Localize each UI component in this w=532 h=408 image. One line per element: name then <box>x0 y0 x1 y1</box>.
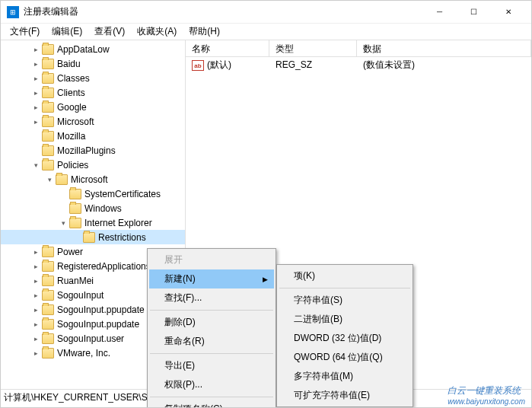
menu-view[interactable]: 查看(V) <box>88 24 131 40</box>
watermark-text: 白云一键重装系统 <box>448 385 521 396</box>
menu-favorites[interactable]: 收藏夹(A) <box>131 24 183 40</box>
ctx-new-dword[interactable]: DWORD (32 位)值(D) <box>279 329 411 348</box>
expander-icon[interactable] <box>31 161 40 170</box>
ctx-new[interactable]: 新建(N) ▶ <box>149 269 274 288</box>
tree-item[interactable]: MozillaPlugins <box>1 143 185 158</box>
folder-icon <box>42 160 54 171</box>
tree-label: Mozilla <box>57 131 85 142</box>
folder-icon <box>42 59 54 69</box>
expander-icon[interactable] <box>31 45 40 54</box>
expander-icon[interactable] <box>31 74 40 83</box>
folder-icon <box>42 131 54 142</box>
tree-item[interactable]: Internet Explorer <box>1 215 185 230</box>
separator <box>150 310 273 311</box>
ctx-new-qword[interactable]: QWORD (64 位)值(Q) <box>279 348 411 367</box>
tree-item[interactable]: Google <box>1 100 185 114</box>
tree-item[interactable]: Microsoft <box>1 172 185 186</box>
tree-label: Clients <box>57 88 85 98</box>
folder-icon <box>42 319 54 330</box>
tree-label: Windows <box>84 203 122 214</box>
ctx-copyname[interactable]: 复制项名称(C) <box>149 400 274 408</box>
folder-icon <box>42 348 54 359</box>
watermark: 白云一键重装系统 www.baiyunxitong.com <box>448 384 525 406</box>
menu-help[interactable]: 帮助(H) <box>183 24 226 40</box>
expander-icon[interactable] <box>31 276 40 285</box>
tree-label: SogouInput <box>57 290 104 301</box>
tree-label: VMware, Inc. <box>57 348 110 359</box>
list-header: 名称 类型 数据 <box>186 40 531 57</box>
ctx-export[interactable]: 导出(E) <box>149 356 274 375</box>
expander-icon[interactable] <box>31 103 40 112</box>
col-data[interactable]: 数据 <box>357 40 531 56</box>
tree-item[interactable]: Clients <box>1 85 185 100</box>
tree-item[interactable]: Restrictions <box>1 230 185 244</box>
tree-label: SogouInput.ppupdate <box>57 304 145 315</box>
folder-icon <box>42 44 54 55</box>
folder-icon <box>42 290 54 301</box>
menu-edit[interactable]: 编辑(E) <box>46 24 88 40</box>
folder-icon <box>42 116 54 127</box>
folder-icon <box>42 276 54 286</box>
menu-file[interactable]: 文件(F) <box>4 24 46 40</box>
expander-icon[interactable] <box>31 305 40 314</box>
separator <box>150 353 273 354</box>
expander-icon[interactable] <box>31 88 40 97</box>
tree-item[interactable]: Baidu <box>1 56 185 71</box>
tree-item[interactable]: Microsoft <box>1 114 185 129</box>
expander-icon[interactable] <box>31 117 40 126</box>
ctx-permissions[interactable]: 权限(P)... <box>149 375 274 394</box>
folder-icon <box>42 333 54 344</box>
ctx-expand: 展开 <box>149 250 274 269</box>
window-controls: ─ ☐ ✕ <box>422 1 525 23</box>
tree-label: Microsoft <box>71 174 108 185</box>
tree-label: SystemCertificates <box>84 189 161 199</box>
expander-icon[interactable] <box>45 175 54 184</box>
tree-item[interactable]: AppDataLow <box>1 42 185 56</box>
expander-icon[interactable] <box>59 218 68 228</box>
folder-icon <box>42 304 54 315</box>
menubar: 文件(F) 编辑(E) 查看(V) 收藏夹(A) 帮助(H) <box>1 24 531 40</box>
folder-icon <box>69 218 81 228</box>
ctx-new-expstring[interactable]: 可扩充字符串值(E) <box>279 386 411 405</box>
expander-icon[interactable] <box>31 59 40 69</box>
tree-label: MozillaPlugins <box>57 145 116 156</box>
tree-label: Baidu <box>57 59 81 69</box>
ctx-delete[interactable]: 删除(D) <box>149 313 274 332</box>
expander-icon[interactable] <box>31 291 40 300</box>
col-type[interactable]: 类型 <box>269 40 357 56</box>
tree-label: Microsoft <box>57 116 94 127</box>
tree-item[interactable]: SystemCertificates <box>1 186 185 201</box>
ctx-new-string[interactable]: 字符串值(S) <box>279 291 411 310</box>
expander-icon[interactable] <box>31 349 40 358</box>
minimize-button[interactable]: ─ <box>422 1 457 23</box>
context-menu: 展开 新建(N) ▶ 查找(F)... 删除(D) 重命名(R) 导出(E) 权… <box>147 248 276 408</box>
maximize-button[interactable]: ☐ <box>457 1 491 23</box>
ctx-find[interactable]: 查找(F)... <box>149 288 274 308</box>
expander-icon[interactable] <box>31 320 40 329</box>
tree-item[interactable]: Policies <box>1 158 185 172</box>
folder-icon <box>42 261 54 272</box>
folder-icon <box>69 189 81 199</box>
tree-item[interactable]: Classes <box>1 71 185 85</box>
ctx-new-key[interactable]: 项(K) <box>279 266 411 285</box>
expander-icon[interactable] <box>31 247 40 257</box>
folder-icon <box>83 232 95 243</box>
expander-icon[interactable] <box>31 262 40 271</box>
list-body: ab(默认)REG_SZ(数值未设置) <box>186 57 531 72</box>
ctx-new-multistring[interactable]: 多字符串值(M) <box>279 367 411 386</box>
ctx-rename[interactable]: 重命名(R) <box>149 332 274 351</box>
tree-label: RegisteredApplications <box>57 261 151 272</box>
list-row[interactable]: ab(默认)REG_SZ(数值未设置) <box>186 57 531 72</box>
tree-item[interactable]: Mozilla <box>1 129 185 143</box>
close-button[interactable]: ✕ <box>491 1 525 23</box>
tree-label: SogouInput.pupdate <box>57 319 139 330</box>
tree-item[interactable]: Windows <box>1 201 185 215</box>
regedit-icon: ⊞ <box>7 6 19 18</box>
ctx-new-binary[interactable]: 二进制值(B) <box>279 310 411 329</box>
tree-label: AppDataLow <box>57 44 110 55</box>
submenu-arrow-icon: ▶ <box>263 276 268 283</box>
expander-icon[interactable] <box>31 334 40 343</box>
tree-label: Internet Explorer <box>84 218 152 228</box>
col-name[interactable]: 名称 <box>186 40 269 56</box>
folder-icon <box>42 247 54 257</box>
